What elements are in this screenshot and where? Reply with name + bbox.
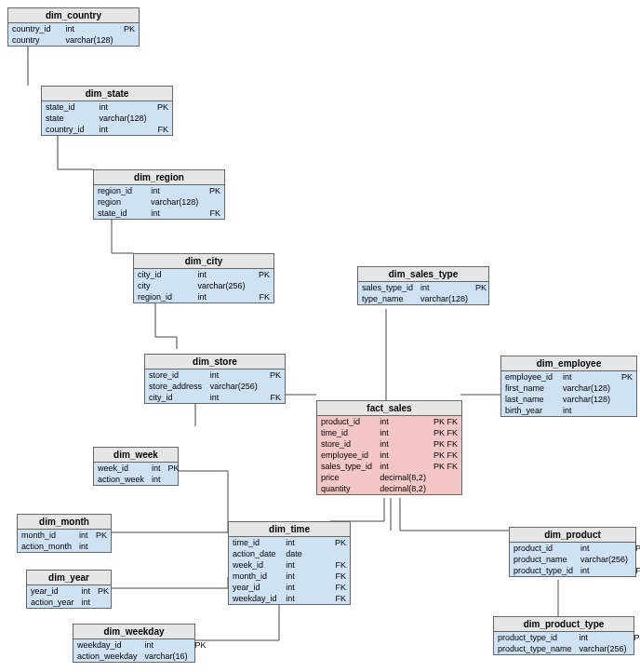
- column-key: PK: [328, 537, 350, 548]
- column-type: decimal(8,2): [376, 483, 430, 494]
- column-row: cityvarchar(256): [134, 280, 273, 291]
- column-row: quantitydecimal(8,2): [317, 483, 461, 494]
- column-row: action_weekint: [94, 474, 183, 485]
- column-key: PK: [94, 585, 113, 597]
- entity-dim-week: dim_week week_idintPKaction_weekint: [93, 447, 179, 486]
- column-name: product_id: [317, 416, 376, 427]
- column-name: weekday_id: [73, 639, 141, 651]
- entity-title: dim_sales_type: [358, 267, 488, 282]
- column-type: int: [141, 639, 192, 651]
- column-key: [631, 643, 640, 654]
- column-key: [632, 554, 640, 565]
- column-type: int: [207, 370, 261, 381]
- column-row: week_idintFK: [229, 559, 350, 571]
- column-type: int: [193, 269, 248, 280]
- column-key: PK FK: [430, 427, 461, 438]
- column-key: PK: [192, 639, 210, 651]
- column-row: statevarchar(128): [42, 113, 172, 124]
- column-name: time_id: [229, 537, 282, 548]
- entity-dim-year: dim_year year_idintPKaction_yearint: [26, 570, 112, 609]
- column-row: action_monthint: [18, 541, 111, 552]
- column-key: PK: [472, 282, 490, 293]
- column-type: int: [147, 185, 202, 196]
- column-row: month_idintPK: [18, 530, 111, 541]
- entity-title: dim_state: [42, 87, 172, 101]
- entity-title: fact_sales: [317, 401, 461, 416]
- column-key: [614, 394, 636, 405]
- column-name: action_year: [27, 597, 78, 608]
- column-type: varchar(256): [576, 643, 631, 654]
- column-name: region_id: [94, 185, 147, 196]
- entity-columns: state_idintPKstatevarchar(128)country_id…: [42, 101, 172, 135]
- column-type: int: [282, 593, 327, 604]
- entity-columns: city_idintPKcityvarchar(256)region_idint…: [134, 269, 273, 302]
- column-type: int: [193, 291, 248, 302]
- column-row: action_weekdayvarchar(16): [73, 651, 210, 662]
- column-type: int: [376, 461, 430, 472]
- column-key: FK: [632, 565, 640, 576]
- column-key: [328, 548, 350, 559]
- entity-title: dim_weekday: [73, 625, 194, 639]
- column-row: year_idintFK: [229, 582, 350, 593]
- column-key: PK: [117, 23, 139, 34]
- column-name: year_id: [229, 582, 282, 593]
- column-row: year_idintPK: [27, 585, 113, 597]
- column-type: int: [376, 450, 430, 461]
- column-row: country_idintPK: [8, 23, 139, 34]
- column-type: int: [75, 530, 92, 541]
- entity-title: dim_region: [94, 170, 224, 185]
- column-type: varchar(128): [559, 394, 614, 405]
- entity-dim-sales-type: dim_sales_type sales_type_idintPKtype_na…: [357, 266, 489, 305]
- column-name: employee_id: [317, 450, 376, 461]
- column-name: weekday_id: [229, 593, 282, 604]
- column-name: product_name: [510, 554, 577, 565]
- column-type: int: [147, 208, 202, 219]
- column-row: employee_idintPK: [501, 371, 636, 383]
- entity-dim-weekday: dim_weekday weekday_idintPKaction_weekda…: [73, 624, 195, 663]
- entity-dim-city: dim_city city_idintPKcityvarchar(256)reg…: [133, 253, 274, 303]
- column-type: int: [559, 371, 614, 383]
- column-type: varchar(256): [207, 381, 261, 392]
- column-type: varchar(16): [141, 651, 192, 662]
- entity-dim-state: dim_state state_idintPKstatevarchar(128)…: [41, 86, 173, 136]
- column-type: int: [577, 565, 632, 576]
- entity-title: dim_store: [145, 355, 285, 370]
- column-name: action_date: [229, 548, 282, 559]
- column-type: int: [282, 559, 327, 571]
- column-type: int: [207, 392, 261, 403]
- column-name: action_weekday: [73, 651, 141, 662]
- column-key: [430, 472, 461, 483]
- entity-title: dim_product_type: [494, 617, 633, 632]
- column-name: last_name: [501, 394, 559, 405]
- column-row: product_namevarchar(256): [510, 554, 640, 565]
- column-type: int: [78, 597, 95, 608]
- entity-dim-time: dim_time time_idintPKaction_datedateweek…: [228, 521, 351, 605]
- column-type: int: [282, 582, 327, 593]
- column-key: [614, 405, 636, 416]
- column-key: PK: [614, 371, 636, 383]
- entity-columns: time_idintPKaction_datedateweek_idintFKm…: [229, 537, 350, 604]
- column-row: product_type_idintPK: [494, 632, 640, 643]
- column-row: sales_type_idintPK FK: [317, 461, 461, 472]
- entity-dim-month: dim_month month_idintPKaction_monthint: [17, 514, 112, 553]
- column-row: city_idintFK: [145, 392, 285, 403]
- column-key: FK: [202, 208, 224, 219]
- entity-columns: region_idintPKregionvarchar(128)state_id…: [94, 185, 224, 219]
- column-key: PK: [261, 370, 285, 381]
- column-name: action_month: [18, 541, 75, 552]
- column-row: store_idintPK FK: [317, 438, 461, 450]
- column-type: int: [376, 427, 430, 438]
- entity-columns: product_idintPKproduct_namevarchar(256)p…: [510, 543, 640, 576]
- column-name: week_id: [229, 559, 282, 571]
- column-row: state_idintPK: [42, 101, 172, 113]
- column-name: product_type_id: [510, 565, 577, 576]
- column-row: region_idintPK: [94, 185, 224, 196]
- entity-columns: product_type_idintPKproduct_type_namevar…: [494, 632, 640, 654]
- column-row: employee_idintPK FK: [317, 450, 461, 461]
- column-name: city: [134, 280, 193, 291]
- column-name: time_id: [317, 427, 376, 438]
- column-name: state_id: [42, 101, 96, 113]
- column-key: PK: [202, 185, 224, 196]
- column-key: FK: [328, 593, 350, 604]
- column-row: country_idintFK: [42, 124, 172, 135]
